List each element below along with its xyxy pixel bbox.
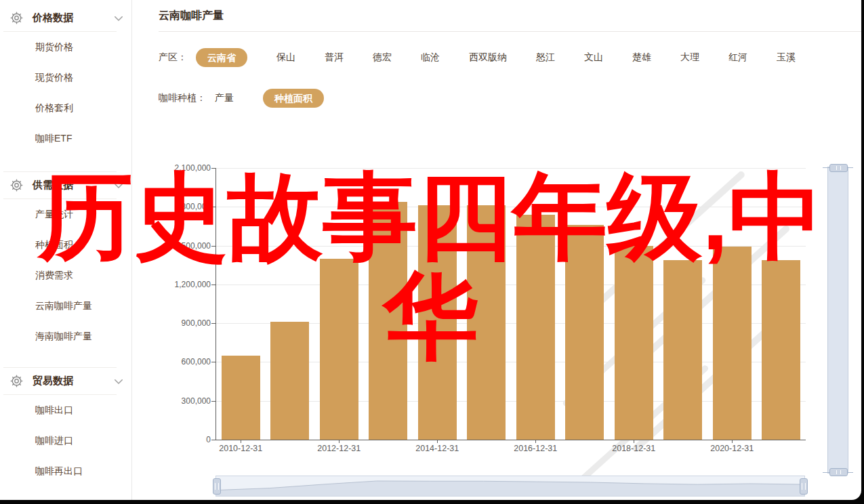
x-axis-tick (732, 440, 733, 443)
bar[interactable] (270, 322, 309, 440)
sidebar-section-header[interactable]: 价格数据 (0, 5, 131, 31)
x-axis-label: 2010-12-31 (200, 444, 281, 453)
sidebar-item[interactable]: 产量统计 (0, 199, 131, 230)
filter-label: 产区： (159, 51, 187, 64)
filter-option[interactable]: 西双版纳 (469, 51, 507, 64)
gear-icon (9, 11, 24, 25)
filter-option[interactable]: 德宏 (373, 51, 392, 64)
sidebar-section-items: 咖啡出口咖啡进口咖啡再出口 (0, 395, 131, 486)
y-axis-tick (211, 246, 216, 247)
y-axis-label: 1,200,000 (150, 280, 211, 289)
filter-option[interactable]: 种植面积 (263, 89, 324, 108)
x-axis-label: 2012-12-31 (298, 444, 379, 453)
filter-option[interactable]: 怒江 (536, 51, 555, 64)
x-axis-tick (241, 440, 241, 443)
filter-row: 产区：云南省保山普洱德宏临沧西双版纳怒江文山楚雄大理红河玉溪 (159, 48, 825, 67)
bar[interactable] (762, 260, 800, 440)
bar[interactable] (615, 246, 653, 440)
sidebar-item[interactable]: 期货价格 (0, 32, 131, 62)
gear-icon (9, 178, 24, 192)
y-axis-label: 1,800,000 (150, 202, 211, 211)
sidebar-item[interactable]: 咖啡出口 (0, 395, 131, 425)
x-axis-label: 2018-12-31 (593, 444, 674, 453)
filter-option[interactable]: 普洱 (325, 51, 344, 64)
gridline (216, 168, 806, 169)
sidebar-item[interactable]: 咖啡再出口 (0, 456, 131, 486)
y-axis-label: 600,000 (150, 357, 211, 366)
filter-option[interactable]: 红河 (728, 51, 747, 64)
production-bar-chart: 0300,000600,000900,0001,200,0001,500,000… (215, 168, 806, 440)
sidebar-item[interactable]: 现货价格 (0, 62, 131, 93)
bar[interactable] (565, 225, 604, 440)
y-axis-label: 900,000 (150, 318, 211, 328)
sidebar-section-header[interactable]: 供需数据 (0, 172, 131, 198)
bar[interactable] (320, 259, 358, 440)
main-content: 云南咖啡产量 产区：云南省保山普洱德宏临沧西双版纳怒江文山楚雄大理红河玉溪咖啡种… (133, 0, 861, 500)
bar[interactable] (516, 215, 555, 440)
x-axis-tick (535, 440, 536, 443)
chevron-down-icon (112, 375, 125, 387)
y-axis-label: 1,500,000 (150, 241, 211, 251)
zoom-slider-left-handle[interactable] (213, 478, 221, 495)
y-axis-tick (211, 401, 216, 402)
x-axis-tick (339, 440, 340, 443)
sidebar-section-label: 供需数据 (33, 179, 73, 192)
bar[interactable] (418, 205, 457, 440)
sidebar-item[interactable]: 海南咖啡产量 (0, 321, 131, 352)
sidebar-item[interactable]: 价格套利 (0, 93, 131, 123)
filter-option[interactable]: 产量 (215, 92, 234, 104)
sidebar-section: 贸易数据咖啡出口咖啡进口咖啡再出口 (0, 367, 131, 486)
filter-row: 咖啡种植：产量种植面积 (159, 89, 353, 108)
chevron-down-icon (112, 12, 125, 24)
sidebar-section-header[interactable]: 贸易数据 (0, 368, 131, 394)
sidebar-item[interactable]: 咖啡进口 (0, 425, 131, 456)
filter-option[interactable]: 玉溪 (777, 51, 796, 64)
bar[interactable] (663, 260, 702, 440)
x-axis-label: 2020-12-31 (691, 444, 773, 453)
filter-option[interactable]: 楚雄 (632, 51, 651, 64)
chevron-down-icon (112, 180, 125, 192)
filter-option[interactable]: 文山 (584, 51, 603, 64)
x-axis-tick (634, 440, 634, 443)
y-axis-tick (211, 362, 216, 362)
sidebar-section: 价格数据期货价格现货价格价格套利咖啡ETF (0, 5, 131, 154)
sidebar-item[interactable]: 咖啡ETF (0, 123, 131, 154)
x-axis-label: 2014-12-31 (396, 444, 478, 453)
y-axis-label: 0 (150, 435, 211, 444)
y-axis-tick (211, 285, 216, 285)
filter-option[interactable]: 云南省 (196, 48, 247, 67)
vertical-zoom-slider[interactable] (827, 167, 848, 474)
title-divider (159, 31, 861, 32)
zoom-slider-right-handle[interactable] (800, 478, 808, 495)
filter-option[interactable]: 保山 (276, 51, 295, 64)
sidebar: 价格数据期货价格现货价格价格套利咖啡ETF供需数据产量统计种植面积消费需求云南咖… (0, 0, 132, 500)
x-axis-tick (437, 440, 438, 443)
page: 价格数据期货价格现货价格价格套利咖啡ETF供需数据产量统计种植面积消费需求云南咖… (0, 0, 861, 500)
filter-label: 咖啡种植： (159, 92, 206, 104)
y-axis-tick (211, 168, 216, 169)
sidebar-section-label: 贸易数据 (33, 375, 73, 387)
y-axis-tick (211, 323, 216, 324)
sidebar-section-label: 价格数据 (33, 12, 73, 24)
sidebar-item[interactable]: 消费需求 (0, 260, 131, 291)
filter-option[interactable]: 临沧 (421, 51, 440, 64)
y-axis-label: 2,100,000 (150, 163, 211, 173)
sidebar-section-items: 期货价格现货价格价格套利咖啡ETF (0, 32, 131, 154)
page-title: 云南咖啡产量 (159, 9, 224, 23)
zoom-slider-area-profile (216, 476, 804, 496)
zoom-slider-bottom-handle[interactable] (829, 468, 848, 476)
y-axis-label: 300,000 (150, 396, 211, 406)
gear-icon (9, 374, 24, 388)
horizontal-zoom-slider[interactable] (215, 476, 805, 497)
x-axis-label: 2016-12-31 (495, 444, 576, 453)
sidebar-item[interactable]: 云南咖啡产量 (0, 291, 131, 321)
bar[interactable] (222, 356, 260, 440)
filter-option[interactable]: 大理 (680, 51, 699, 64)
bar[interactable] (467, 205, 506, 440)
sidebar-item[interactable]: 种植面积 (0, 230, 131, 260)
bar[interactable] (369, 202, 407, 440)
zoom-slider-top-handle[interactable] (829, 164, 848, 172)
y-axis-tick (211, 207, 216, 207)
bar[interactable] (713, 247, 752, 440)
gridline (216, 246, 806, 247)
